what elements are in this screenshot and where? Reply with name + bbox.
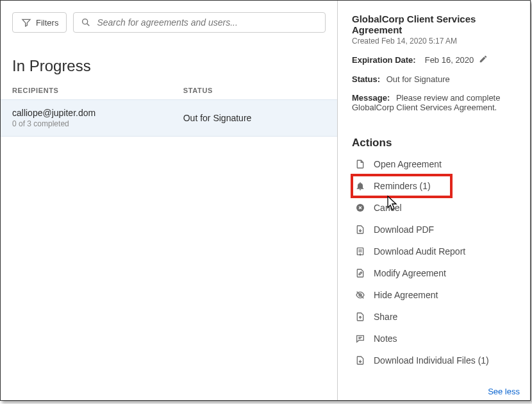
table-header: RECIPIENTS STATUS bbox=[1, 81, 337, 99]
details-pane: GlobalCorp Client Services Agreement Cre… bbox=[338, 1, 530, 400]
action-cancel[interactable]: Cancel bbox=[352, 197, 516, 219]
expiration-row: Expiration Date: Feb 16, 2020 bbox=[352, 55, 516, 65]
share-icon bbox=[354, 311, 366, 323]
action-label: Modify Agreement bbox=[374, 268, 446, 278]
see-less-link[interactable]: See less bbox=[488, 387, 520, 396]
header-status: STATUS bbox=[183, 87, 326, 94]
row-status: Out for Signature bbox=[183, 113, 252, 123]
recipient-progress: 0 of 3 completed bbox=[12, 119, 183, 128]
action-label: Download Individual Files (1) bbox=[374, 355, 489, 366]
notes-icon bbox=[354, 333, 366, 344]
status-row: Status: Out for Signature bbox=[352, 74, 516, 84]
action-label: Download Audit Report bbox=[374, 246, 465, 257]
table-row[interactable]: calliope@jupiter.dom 0 of 3 completed Ou… bbox=[1, 99, 337, 137]
recipient-email: calliope@jupiter.dom bbox=[12, 108, 183, 118]
hide-icon bbox=[354, 289, 366, 301]
modify-icon bbox=[354, 267, 366, 279]
search-wrap[interactable] bbox=[73, 12, 326, 33]
action-notes[interactable]: Notes bbox=[352, 328, 516, 349]
expiration-value: Feb 16, 2020 bbox=[425, 55, 474, 65]
search-icon bbox=[80, 17, 92, 28]
section-title: In Progress bbox=[1, 39, 337, 81]
download-audit-icon bbox=[354, 246, 366, 257]
top-bar: Filters bbox=[1, 1, 337, 39]
svg-line-1 bbox=[87, 24, 90, 26]
action-label: Cancel bbox=[374, 203, 402, 213]
download-pdf-icon bbox=[354, 224, 366, 235]
download-files-icon bbox=[354, 355, 366, 366]
cancel-icon bbox=[354, 202, 366, 214]
status-label: Status: bbox=[352, 74, 380, 84]
header-recipients: RECIPIENTS bbox=[12, 87, 183, 94]
expiration-label: Expiration Date: bbox=[352, 55, 416, 65]
action-label: Share bbox=[374, 312, 397, 322]
filters-label: Filters bbox=[36, 18, 58, 28]
bell-icon bbox=[354, 180, 366, 192]
action-label: Reminders (1) bbox=[374, 181, 431, 191]
action-label: Download PDF bbox=[374, 224, 434, 235]
svg-point-0 bbox=[83, 19, 88, 24]
status-value: Out for Signature bbox=[387, 74, 450, 84]
filters-button[interactable]: Filters bbox=[12, 12, 67, 33]
action-modify-agreement[interactable]: Modify Agreement bbox=[352, 262, 516, 284]
left-pane: Filters In Progress RECIPIENTS STATUS ca… bbox=[1, 1, 338, 400]
action-share[interactable]: Share bbox=[352, 306, 516, 328]
search-input[interactable] bbox=[97, 17, 319, 28]
document-icon bbox=[354, 158, 366, 170]
action-reminders[interactable]: Reminders (1) bbox=[352, 175, 451, 197]
action-hide-agreement[interactable]: Hide Agreement bbox=[352, 284, 516, 306]
action-download-audit[interactable]: Download Audit Report bbox=[352, 240, 516, 262]
created-line: Created Feb 14, 2020 5:17 AM bbox=[352, 37, 516, 46]
edit-expiration-icon[interactable] bbox=[479, 55, 488, 65]
action-download-pdf[interactable]: Download PDF bbox=[352, 219, 516, 240]
action-open-agreement[interactable]: Open Agreement bbox=[352, 153, 516, 175]
action-label: Notes bbox=[374, 333, 397, 344]
action-label: Open Agreement bbox=[374, 159, 442, 169]
agreement-title: GlobalCorp Client Services Agreement bbox=[352, 13, 516, 35]
actions-title: Actions bbox=[352, 137, 516, 149]
action-label: Hide Agreement bbox=[374, 290, 438, 300]
message-row: Message: Please review and complete Glob… bbox=[352, 93, 516, 112]
message-label: Message: bbox=[352, 93, 390, 103]
filter-icon bbox=[21, 17, 32, 28]
action-download-individual[interactable]: Download Individual Files (1) bbox=[352, 349, 516, 371]
